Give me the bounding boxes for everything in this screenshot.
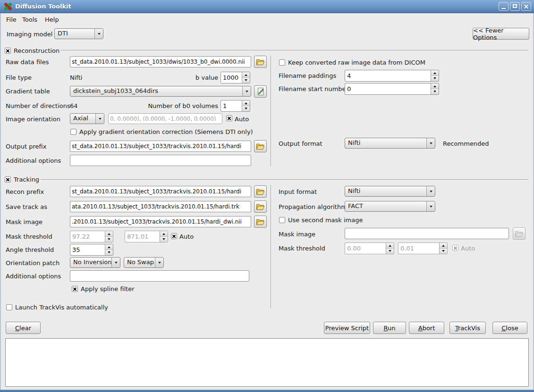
save-track-as-label: Save track as <box>6 203 47 210</box>
spin-down-icon[interactable] <box>242 78 250 83</box>
gradient-table-select[interactable]: dickstein_subj1033_064dirs <box>70 86 251 97</box>
second-mask-threshold-auto-label: Auto <box>461 245 475 252</box>
menu-file[interactable]: File <box>4 15 19 24</box>
recon-additional-options-input[interactable] <box>70 155 251 166</box>
folder-icon <box>256 188 265 195</box>
tracking-section-checkbox[interactable] <box>5 176 11 183</box>
output-format-label: Output format <box>279 140 322 147</box>
raw-data-files-input[interactable] <box>70 56 251 67</box>
orientation-patch-label: Orientation patch <box>6 259 59 267</box>
chevron-down-icon <box>94 29 103 39</box>
titlebar[interactable]: Diffusion Toolkit <box>0 0 534 13</box>
folder-icon <box>515 230 524 237</box>
abort-button[interactable]: Abort <box>409 322 444 334</box>
preview-script-button[interactable]: Preview Script <box>324 322 370 334</box>
second-mask-image-input[interactable] <box>345 228 509 239</box>
second-mask-threshold-low-spinner <box>345 242 394 254</box>
second-mask-checkbox[interactable] <box>279 217 285 223</box>
mask-threshold-high-spinner <box>125 231 168 242</box>
spin-up-icon[interactable] <box>431 70 439 76</box>
app-window: Diffusion Toolkit File Tools Help Imagin… <box>0 0 534 392</box>
recon-prefix-browse-button[interactable] <box>254 185 267 198</box>
raw-data-files-browse-button[interactable] <box>254 56 267 68</box>
spin-down-icon[interactable] <box>242 106 250 111</box>
clear-button[interactable]: Clear <box>6 322 41 334</box>
number-of-directions-value: 64 <box>70 102 78 109</box>
spin-up-icon[interactable] <box>105 244 113 250</box>
recon-prefix-input[interactable] <box>70 186 251 197</box>
mask-image-browse-button[interactable] <box>254 216 267 228</box>
window-frame-left <box>0 13 1 390</box>
menu-help[interactable]: Help <box>42 15 61 24</box>
filename-paddings-spinner[interactable] <box>345 70 439 82</box>
image-orientation-auto-label: Auto <box>235 116 249 123</box>
save-track-as-input[interactable] <box>70 201 251 212</box>
spin-down-icon[interactable] <box>105 250 113 255</box>
mask-threshold-label: Mask threshold <box>6 233 52 240</box>
fewer-options-button[interactable]: << Fewer Options <box>473 28 529 40</box>
log-output-area[interactable] <box>5 338 529 387</box>
reconstruction-divider <box>60 50 528 51</box>
spin-up-icon[interactable] <box>431 83 439 89</box>
tracking-additional-options-input[interactable] <box>70 270 249 282</box>
propagation-algorithm-select[interactable]: FACT <box>345 201 435 212</box>
image-orientation-select[interactable]: Axial <box>70 113 104 124</box>
spin-up-icon[interactable] <box>242 100 250 106</box>
output-format-select[interactable]: Nifti <box>345 138 435 149</box>
mask-threshold-auto-label: Auto <box>179 233 194 240</box>
spin-down-icon[interactable] <box>431 89 439 94</box>
launch-trackvis-checkbox[interactable] <box>6 304 12 310</box>
spin-down-icon <box>160 237 168 242</box>
trackvis-button[interactable]: TrackVis <box>449 322 486 334</box>
angle-threshold-label: Angle threshold <box>6 246 54 253</box>
gradient-table-edit-button[interactable] <box>254 85 267 98</box>
folder-icon <box>256 203 265 210</box>
propagation-algorithm-label: Propagation algorithm <box>279 203 347 210</box>
filename-start-number-spinner[interactable] <box>345 83 439 95</box>
app-icon <box>4 2 12 11</box>
run-button[interactable]: Run <box>373 322 406 334</box>
second-mask-threshold-high-spinner <box>398 242 448 254</box>
file-type-value: Nifti <box>70 74 82 81</box>
menu-tools[interactable]: Tools <box>20 15 40 24</box>
mask-image-label: Mask image <box>6 218 42 225</box>
gradient-table-label: Gradient table <box>6 88 50 95</box>
angle-threshold-spinner[interactable] <box>70 244 113 256</box>
output-format-note: Recommended <box>443 140 489 147</box>
image-orientation-auto-checkbox[interactable] <box>226 115 232 121</box>
close-button[interactable] <box>521 2 531 11</box>
mask-image-input[interactable] <box>70 216 251 227</box>
second-mask-threshold-auto-checkbox <box>452 245 458 251</box>
raw-data-files-label: Raw data files <box>6 58 49 66</box>
number-of-b0-volumes-spinner[interactable] <box>220 100 250 112</box>
second-mask-image-browse-button <box>513 227 526 240</box>
filename-start-number-label: Filename start number <box>279 85 348 92</box>
recon-additional-options-label: Additional options <box>6 157 61 164</box>
orientation-patch-swap-select[interactable]: No Swap <box>124 257 164 268</box>
minimize-button[interactable] <box>499 2 509 11</box>
output-prefix-browse-button[interactable] <box>254 140 267 152</box>
b-value-spinner[interactable] <box>220 72 250 83</box>
gradient-correction-checkbox[interactable] <box>70 129 76 135</box>
chevron-down-icon <box>95 114 104 124</box>
output-prefix-input[interactable] <box>70 141 251 152</box>
save-track-as-browse-button[interactable] <box>254 200 267 213</box>
maximize-button[interactable] <box>510 2 520 11</box>
reconstruction-column-divider <box>271 56 271 166</box>
input-format-select[interactable]: Nifti <box>345 186 435 197</box>
image-orientation-vector-field <box>108 113 222 124</box>
close-dialog-button[interactable]: Close <box>492 322 527 334</box>
spin-up-icon[interactable] <box>242 72 250 78</box>
mask-threshold-auto-checkbox[interactable] <box>171 233 177 239</box>
spline-filter-checkbox[interactable] <box>72 286 78 292</box>
mask-threshold-low-spinner <box>70 231 113 242</box>
spin-down-icon[interactable] <box>431 76 439 81</box>
chevron-down-icon <box>155 258 163 267</box>
b-value-label: b value <box>185 74 218 81</box>
reconstruction-section-checkbox[interactable] <box>5 48 11 54</box>
orientation-patch-inversion-select[interactable]: No Inversion <box>70 257 120 268</box>
imaging-model-select[interactable]: DTI <box>54 28 103 39</box>
keep-dicom-checkbox[interactable] <box>279 59 285 66</box>
launch-trackvis-label: Launch TrackVis automatically <box>15 304 108 311</box>
tracking-column-divider <box>271 185 271 309</box>
